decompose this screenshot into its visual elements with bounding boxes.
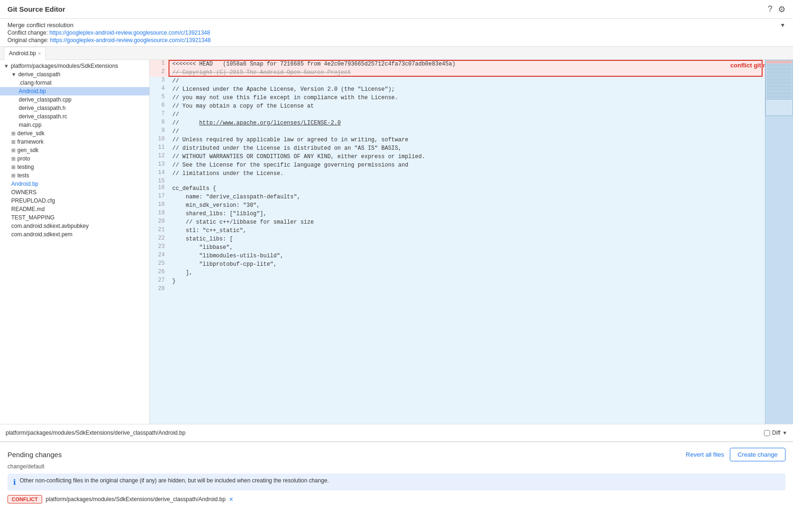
table-row: 8// http://www.apache.org/licenses/LICEN…: [150, 119, 793, 127]
tab-android-bp[interactable]: Android.bp ×: [4, 47, 46, 60]
table-row: 22 static_libs: [: [150, 235, 793, 243]
table-row: 2// Copyright (C) 2019 The Android Open …: [150, 68, 793, 77]
pending-actions: Revert all files Create change: [686, 448, 786, 461]
table-row: 18 min_sdk_version: "30",: [150, 201, 793, 210]
line-number: 23: [150, 243, 169, 252]
line-number: 17: [150, 193, 169, 201]
app-header: Git Source Editor ? ⚙: [0, 0, 793, 19]
tree-item-tests[interactable]: ⊞ tests: [0, 171, 149, 180]
folder-closed-icon: ⊞: [11, 173, 15, 179]
file-tree: ▼ platform/packages/modules/SdkExtension…: [0, 60, 150, 424]
line-code: "libprotobuf-cpp-lite",: [169, 260, 793, 269]
tree-item-main-cpp[interactable]: main.cpp: [0, 121, 149, 129]
main-area: ▼ platform/packages/modules/SdkExtension…: [0, 60, 793, 424]
conflict-file-path: platform/packages/modules/SdkExtensions/…: [46, 496, 226, 503]
line-number: 18: [150, 201, 169, 210]
tree-item-proto[interactable]: ⊞ proto: [0, 154, 149, 163]
folder-open-icon: ▼: [4, 63, 9, 69]
line-code: // See the License for the specific lang…: [169, 161, 793, 169]
line-code: }: [169, 277, 793, 285]
tree-item-pem[interactable]: com.android.sdkext.pem: [0, 230, 149, 239]
table-row: 4// Licensed under the Apache License, V…: [150, 85, 793, 94]
line-number: 28: [150, 285, 169, 292]
diff-checkbox[interactable]: [764, 430, 770, 436]
line-code: ],: [169, 269, 793, 277]
tree-item-android-bp-selected[interactable]: Android.bp: [0, 87, 149, 95]
folder-open-icon: ▼: [11, 72, 16, 77]
table-row: 6// You may obtain a copy of the License…: [150, 102, 793, 110]
conflict-url[interactable]: https://googleplex-android-review.google…: [49, 29, 210, 36]
line-code: "libbase",: [169, 243, 793, 252]
line-code: [169, 178, 793, 184]
conflict-link-row: Conflict change: https://googleplex-andr…: [7, 29, 786, 36]
line-number: 12: [150, 153, 169, 161]
line-code: //: [169, 77, 793, 85]
tab-label: Android.bp: [9, 50, 36, 57]
line-number: 26: [150, 269, 169, 277]
tree-item-derive-sdk[interactable]: ⊞ derive_sdk: [0, 129, 149, 138]
diff-dropdown-arrow[interactable]: ▼: [782, 430, 787, 436]
table-row: 19 shared_libs: ["liblog"],: [150, 210, 793, 218]
line-number: 20: [150, 218, 169, 226]
revert-all-button[interactable]: Revert all files: [686, 451, 724, 458]
tab-bar: Android.bp ×: [0, 47, 793, 60]
tree-item-root[interactable]: ▼ platform/packages/modules/SdkExtension…: [0, 62, 149, 70]
create-change-button[interactable]: Create change: [730, 448, 786, 461]
line-code: // WITHOUT WARRANTIES OR CONDITIONS OF A…: [169, 153, 793, 161]
tree-item-android-bp-link[interactable]: Android.bp: [0, 180, 149, 188]
folder-closed-icon: ⊞: [11, 147, 15, 153]
tree-item-testing[interactable]: ⊞ testing: [0, 163, 149, 171]
file-path: platform/packages/modules/SdkExtensions/…: [6, 430, 185, 436]
code-table: 1<<<<<<< HEAD (1058a6 Snap for 7216685 f…: [150, 60, 793, 292]
conflict-close-icon[interactable]: ×: [229, 496, 233, 503]
conflict-title: Merge conflict resolution ▼: [7, 22, 786, 29]
line-code: //: [169, 110, 793, 119]
line-number: 24: [150, 252, 169, 260]
line-number: 5: [150, 94, 169, 102]
folder-closed-icon: ⊞: [11, 131, 15, 137]
original-link-row: Original change: https://googleplex-andr…: [7, 37, 786, 44]
line-number: 22: [150, 235, 169, 243]
folder-closed-icon: ⊞: [11, 156, 15, 162]
line-code: stl: "c++_static",: [169, 226, 793, 235]
original-url[interactable]: https://googleplex-android-review.google…: [50, 37, 211, 44]
conflict-dropdown-arrow[interactable]: ▼: [780, 22, 786, 29]
tree-item-derive-classpath[interactable]: ▼ derive_classpath: [0, 70, 149, 79]
line-code: // Unless required by applicable law or …: [169, 136, 793, 144]
tree-item-preupload[interactable]: PREUPLOAD.cfg: [0, 197, 149, 205]
line-code: min_sdk_version: "30",: [169, 201, 793, 210]
line-number: 14: [150, 169, 169, 178]
table-row: 21 stl: "c++_static",: [150, 226, 793, 235]
settings-icon[interactable]: ⚙: [778, 4, 786, 15]
tree-item-gen-sdk[interactable]: ⊞ gen_sdk: [0, 146, 149, 154]
info-box: ℹ Other non-conflicting files in the ori…: [7, 474, 786, 490]
tree-item-clang-format[interactable]: .clang-format: [0, 79, 149, 87]
line-number: 10: [150, 136, 169, 144]
line-code: cc_defaults {: [169, 184, 793, 193]
table-row: 23 "libbase",: [150, 243, 793, 252]
tree-item-avbpubkey[interactable]: com.android.sdkext.avbpubkey: [0, 222, 149, 230]
tab-close-icon[interactable]: ×: [38, 51, 41, 56]
code-editor[interactable]: conflict git markers 1<<<<<<< HEAD (1058…: [150, 60, 793, 424]
table-row: 5// you may not use this file except in …: [150, 94, 793, 102]
table-row: 14// limitations under the License.: [150, 169, 793, 178]
tree-item-derive-h[interactable]: derive_classpath.h: [0, 104, 149, 112]
tree-item-derive-cpp[interactable]: derive_classpath.cpp: [0, 95, 149, 104]
tree-item-owners[interactable]: OWNERS: [0, 188, 149, 197]
line-number: 8: [150, 119, 169, 127]
table-row: 13// See the License for the specific la…: [150, 161, 793, 169]
help-icon[interactable]: ?: [768, 4, 772, 14]
info-text: Other non-conflicting files in the origi…: [20, 477, 329, 484]
pending-panel: Pending changes Revert all files Create …: [0, 442, 793, 532]
tree-item-framework[interactable]: ⊞ framework: [0, 138, 149, 146]
table-row: 12// WITHOUT WARRANTIES OR CONDITIONS OF…: [150, 153, 793, 161]
tree-item-readme[interactable]: README.md: [0, 205, 149, 213]
license-link[interactable]: http://www.apache.org/licenses/LICENSE-2…: [199, 120, 341, 126]
table-row: 11// distributed under the License is di…: [150, 144, 793, 153]
line-number: 9: [150, 127, 169, 136]
tree-item-derive-rc[interactable]: derive_classpath.rc: [0, 112, 149, 121]
line-number: 4: [150, 85, 169, 94]
line-number: 13: [150, 161, 169, 169]
tree-item-test-mapping[interactable]: TEST_MAPPING: [0, 213, 149, 222]
line-code: "libmodules-utils-build",: [169, 252, 793, 260]
